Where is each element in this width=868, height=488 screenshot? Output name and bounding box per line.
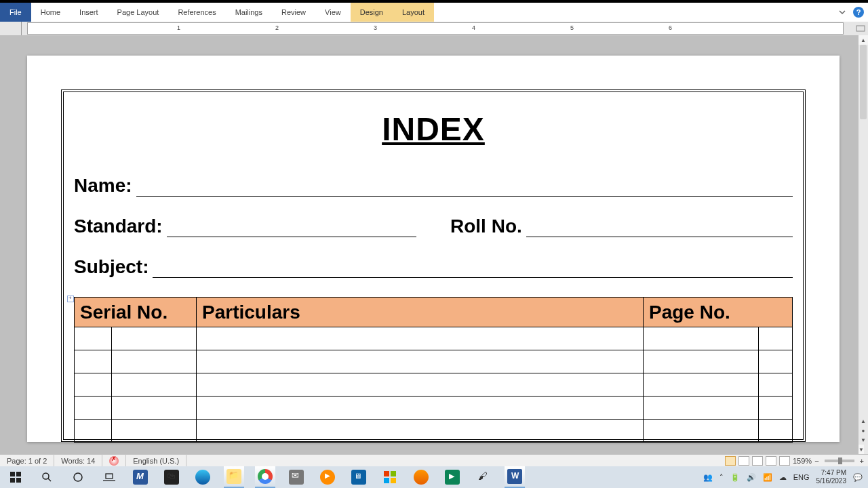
subject-field-line[interactable] bbox=[153, 262, 793, 278]
ruler-tick-6: 6 bbox=[669, 24, 672, 31]
scroll-thumb[interactable] bbox=[860, 45, 867, 119]
insert-tab[interactable]: Insert bbox=[70, 3, 108, 22]
table-design-tab[interactable]: Design bbox=[351, 3, 393, 22]
tray-onedrive-icon[interactable]: ☁ bbox=[779, 473, 787, 482]
standard-label[interactable]: Standard: bbox=[74, 216, 163, 237]
taskbar-word[interactable] bbox=[505, 466, 525, 488]
th-page-no[interactable]: Page No. bbox=[644, 298, 793, 327]
zoom-slider[interactable] bbox=[825, 460, 854, 462]
zoom-in-button[interactable]: + bbox=[860, 457, 864, 465]
scroll-down-arrow[interactable]: ▼ bbox=[859, 445, 864, 454]
name-label[interactable]: Name: bbox=[74, 175, 132, 197]
taskbar-firefox[interactable] bbox=[411, 466, 431, 488]
tray-people-icon[interactable]: 👥 bbox=[703, 473, 713, 482]
view-ruler-toggle[interactable] bbox=[856, 24, 865, 33]
name-field-line[interactable] bbox=[136, 180, 793, 197]
tray-battery-icon[interactable]: 🔋 bbox=[730, 473, 740, 482]
home-tab[interactable]: Home bbox=[31, 3, 70, 22]
table-row[interactable] bbox=[75, 396, 793, 420]
vertical-scrollbar[interactable]: ▲ ▲ ● ▼ ▼ bbox=[859, 35, 868, 454]
taskbar-virtualbox[interactable] bbox=[349, 466, 369, 488]
table-row[interactable] bbox=[75, 327, 793, 350]
svg-rect-1 bbox=[10, 472, 15, 476]
table-header-row[interactable]: Serial No. Particulars Page No. bbox=[75, 298, 793, 327]
ruler-tick-3: 3 bbox=[374, 24, 377, 31]
taskbar-ms-store[interactable] bbox=[161, 466, 182, 488]
tray-overflow-icon[interactable]: ˄ bbox=[719, 473, 724, 482]
taskbar-media-player[interactable] bbox=[317, 466, 338, 488]
print-layout-view-button[interactable] bbox=[725, 456, 736, 466]
table-row[interactable] bbox=[75, 350, 793, 373]
status-spellcheck[interactable] bbox=[102, 455, 126, 466]
tray-language[interactable]: ENG bbox=[793, 473, 810, 481]
roll-no-label[interactable]: Roll No. bbox=[450, 216, 522, 237]
full-screen-reading-button[interactable] bbox=[738, 456, 749, 466]
horizontal-ruler[interactable]: 1 2 3 4 5 6 bbox=[27, 22, 844, 35]
taskbar-file-explorer[interactable] bbox=[224, 466, 244, 488]
taskbar-paint[interactable] bbox=[473, 466, 494, 488]
cortana-icon[interactable] bbox=[68, 466, 88, 488]
status-words[interactable]: Words: 14 bbox=[54, 455, 102, 466]
ruler-tick-5: 5 bbox=[570, 24, 574, 31]
outline-view-button[interactable] bbox=[766, 456, 776, 466]
svg-rect-13 bbox=[391, 478, 396, 483]
tray-clock[interactable]: 7:47 PM 5/16/2023 bbox=[816, 469, 847, 485]
tray-notifications-icon[interactable]: 💬 bbox=[853, 473, 863, 482]
browse-object-icon[interactable]: ● bbox=[859, 426, 868, 435]
taskbar-mail[interactable] bbox=[286, 466, 307, 488]
review-tab[interactable]: Review bbox=[272, 3, 315, 22]
view-tab[interactable]: View bbox=[315, 3, 351, 22]
ribbon-tabs: File Home Insert Page Layout References … bbox=[0, 0, 868, 22]
prev-page-icon[interactable]: ▲ bbox=[859, 416, 868, 426]
standard-field-line[interactable] bbox=[167, 221, 416, 237]
taskbar-edge[interactable] bbox=[193, 466, 213, 488]
svg-rect-11 bbox=[391, 471, 396, 476]
taskbar-office[interactable] bbox=[380, 466, 400, 488]
taskbar-filmora[interactable] bbox=[442, 466, 462, 488]
taskbar-chrome[interactable] bbox=[255, 466, 275, 488]
draft-view-button[interactable] bbox=[779, 456, 790, 466]
status-bar: Page: 1 of 2 Words: 14 English (U.S.) 15… bbox=[0, 454, 868, 466]
page-border: INDEX Name: Standard: Roll No. Subject: bbox=[61, 89, 806, 442]
table-move-handle[interactable] bbox=[67, 296, 74, 302]
table-row[interactable] bbox=[75, 373, 793, 396]
table-row[interactable] bbox=[75, 420, 793, 443]
search-icon[interactable] bbox=[37, 466, 57, 488]
th-serial-no[interactable]: Serial No. bbox=[75, 298, 197, 327]
th-particulars[interactable]: Particulars bbox=[197, 298, 644, 327]
zoom-level[interactable]: 159% bbox=[793, 457, 812, 465]
subject-label[interactable]: Subject: bbox=[74, 256, 149, 278]
taskbar-app-m[interactable] bbox=[130, 466, 151, 488]
tray-network-icon[interactable]: 📶 bbox=[763, 473, 772, 482]
zoom-out-button[interactable]: − bbox=[814, 457, 818, 465]
scroll-up-arrow[interactable]: ▲ bbox=[859, 35, 868, 45]
index-table[interactable]: Serial No. Particulars Page No. bbox=[74, 297, 793, 443]
tray-volume-icon[interactable]: 🔊 bbox=[747, 473, 756, 482]
ribbon-collapse-icon[interactable] bbox=[837, 7, 848, 18]
status-language[interactable]: English (U.S.) bbox=[126, 455, 186, 466]
document-page[interactable]: INDEX Name: Standard: Roll No. Subject: bbox=[27, 56, 840, 442]
table-container: Serial No. Particulars Page No. bbox=[74, 297, 793, 443]
spellcheck-icon bbox=[109, 456, 119, 466]
page-layout-tab[interactable]: Page Layout bbox=[108, 3, 169, 22]
clock-time: 7:47 PM bbox=[816, 469, 847, 477]
document-title[interactable]: INDEX bbox=[74, 110, 793, 148]
help-icon[interactable]: ? bbox=[853, 7, 864, 18]
mailings-tab[interactable]: Mailings bbox=[226, 3, 272, 22]
table-layout-tab[interactable]: Layout bbox=[393, 3, 434, 22]
ruler-tick-4: 4 bbox=[472, 24, 475, 31]
roll-no-field-line[interactable] bbox=[526, 221, 793, 237]
ruler-corner bbox=[0, 22, 22, 35]
references-tab[interactable]: References bbox=[168, 3, 225, 22]
ruler-row: 1 2 3 4 5 6 bbox=[0, 22, 868, 35]
windows-taskbar: 👥 ˄ 🔋 🔊 📶 ☁ ENG 7:47 PM 5/16/2023 💬 bbox=[0, 466, 868, 488]
task-view-icon[interactable] bbox=[99, 466, 119, 488]
svg-rect-8 bbox=[106, 474, 113, 479]
status-page[interactable]: Page: 1 of 2 bbox=[0, 455, 54, 466]
start-button[interactable] bbox=[5, 466, 26, 488]
next-page-icon[interactable]: ▼ bbox=[859, 435, 868, 445]
svg-rect-10 bbox=[384, 471, 389, 476]
clock-date: 5/16/2023 bbox=[816, 477, 847, 485]
file-tab[interactable]: File bbox=[0, 3, 31, 22]
web-layout-button[interactable] bbox=[752, 456, 763, 466]
